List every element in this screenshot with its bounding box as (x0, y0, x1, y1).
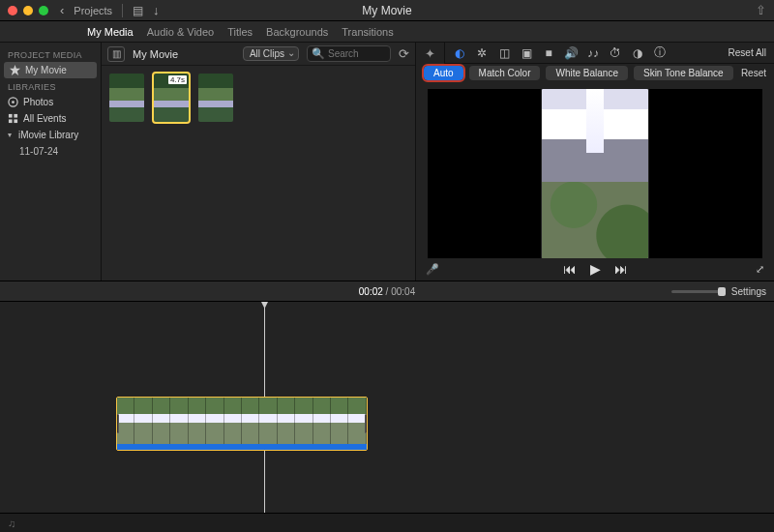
refresh-icon[interactable]: ⟳ (399, 46, 409, 61)
svg-point-2 (12, 101, 15, 103)
search-field[interactable]: 🔍 (307, 45, 391, 62)
clip-frame (117, 398, 134, 444)
equalizer-icon[interactable]: ♪♪ (586, 46, 600, 60)
sidebar-item-imovie-library[interactable]: ▾ iMovie Library (0, 127, 101, 143)
timeline[interactable]: ♫ (0, 302, 774, 532)
clip-frame (224, 398, 242, 444)
time-separator: / (386, 286, 392, 297)
clip-filmstrip (117, 398, 367, 444)
sidebar-item-label: All Events (23, 113, 66, 124)
star-icon (10, 65, 20, 75)
speed-icon[interactable]: ⏱ (609, 46, 622, 60)
library-list-icon[interactable]: ▤ (133, 4, 143, 17)
media-toolbar: ▥ My Movie All Clips 🔍 ⟳ (102, 43, 415, 66)
clip-frame (278, 398, 295, 444)
inspector-toolbar: ◐ ✲ ◫ ▣ ■ 🔊 ♪♪ ⏱ ◑ ⓘ Reset All (445, 43, 774, 64)
reset-all-button[interactable]: Reset All (729, 47, 766, 58)
svg-rect-3 (9, 114, 13, 118)
tab-my-media[interactable]: My Media (87, 26, 134, 38)
search-icon: 🔍 (312, 47, 325, 60)
svg-rect-6 (14, 119, 17, 123)
camera-icon[interactable]: ■ (542, 46, 555, 60)
preview-pane: ✦ ◐ ✲ ◫ ▣ ■ 🔊 ♪♪ ⏱ ◑ ⓘ Reset All Auto Ma… (416, 43, 774, 281)
clip-trim-handle-right[interactable] (365, 414, 368, 433)
timeline-settings-button[interactable]: Settings (731, 286, 766, 297)
prev-frame-button[interactable]: ⏮ (563, 261, 577, 277)
white-balance-button[interactable]: White Balance (546, 66, 627, 80)
info-icon[interactable]: ⓘ (653, 44, 667, 61)
clip-thumbnail[interactable] (109, 74, 144, 122)
zoom-window-icon[interactable] (39, 6, 48, 15)
clip-frame (134, 398, 152, 444)
sidebar-item-event[interactable]: 11-07-24 (0, 143, 101, 160)
window-controls (8, 6, 48, 15)
back-to-projects[interactable]: Projects (74, 5, 112, 16)
volume-icon[interactable]: 🔊 (564, 46, 578, 60)
clip-filter-dropdown[interactable]: All Clips (243, 46, 299, 61)
skin-tone-button[interactable]: Skin Tone Balance (634, 66, 733, 80)
clip-frame (331, 398, 348, 444)
sidebar-item-label: My Movie (25, 65, 67, 75)
sidebar-item-my-movie[interactable]: My Movie (4, 62, 97, 78)
list-view-toggle[interactable]: ▥ (107, 46, 125, 62)
play-button[interactable]: ▶ (590, 261, 601, 277)
clip-frame (153, 398, 170, 444)
video-frame (542, 89, 648, 258)
auto-button[interactable]: Auto (424, 66, 463, 80)
tab-transitions[interactable]: Transitions (342, 26, 393, 38)
search-input[interactable] (328, 48, 386, 59)
tab-audio-video[interactable]: Audio & Video (147, 26, 215, 38)
stabilize-icon[interactable]: ▣ (520, 46, 533, 60)
import-icon[interactable]: ↓ (153, 3, 160, 17)
minimize-window-icon[interactable] (23, 6, 33, 15)
sidebar-item-all-events[interactable]: All Events (0, 110, 101, 127)
clip-frame (189, 398, 206, 444)
auto-button-highlight: Auto (424, 66, 463, 80)
crop-icon[interactable]: ◫ (497, 46, 511, 60)
sidebar-item-photos[interactable]: Photos (0, 94, 101, 110)
sidebar-header-libraries: LIBRARIES (0, 78, 101, 94)
svg-rect-4 (14, 114, 17, 118)
tab-titles[interactable]: Titles (227, 26, 253, 38)
clip-thumbnail[interactable] (198, 74, 233, 122)
clip-frame (242, 398, 259, 444)
svg-rect-5 (9, 119, 13, 123)
back-chevron-icon[interactable]: ‹ (60, 3, 64, 17)
clip-trim-handle-left[interactable] (116, 414, 119, 433)
timecode-bar: 00:02 / 00:04 Settings (0, 281, 774, 302)
zoom-slider[interactable] (671, 290, 726, 293)
fullscreen-icon[interactable]: ⤢ (756, 263, 764, 276)
music-note-icon: ♫ (8, 517, 15, 529)
reset-button[interactable]: Reset (741, 68, 766, 78)
playback-controls: 🎤 ⏮ ▶ ⏭ ⤢ (416, 258, 774, 281)
next-frame-button[interactable]: ⏭ (614, 261, 628, 277)
sidebar: PROJECT MEDIA My Movie LIBRARIES Photos … (0, 43, 102, 281)
clip-frame (259, 398, 277, 444)
media-tabs: My Media Audio & Video Titles Background… (0, 21, 774, 43)
sidebar-item-label: iMovie Library (18, 130, 78, 140)
clip-frame (295, 398, 313, 444)
current-time: 00:02 (359, 286, 383, 297)
zoom-slider-thumb[interactable] (718, 287, 726, 296)
divider (122, 4, 123, 17)
tab-backgrounds[interactable]: Backgrounds (266, 26, 328, 38)
clip-frame (170, 398, 188, 444)
filter-icon[interactable]: ◑ (631, 46, 644, 60)
disclosure-triangle-icon[interactable]: ▾ (8, 131, 12, 139)
color-wheel-icon[interactable]: ✲ (475, 46, 489, 60)
grid-icon (8, 113, 18, 124)
sidebar-item-label: Photos (23, 97, 53, 107)
timeline-footer: ♫ (0, 513, 774, 532)
share-icon[interactable]: ⇧ (756, 3, 766, 17)
magic-wand-icon[interactable]: ✦ (416, 43, 445, 64)
timeline-clip[interactable] (116, 397, 368, 451)
media-title: My Movie (133, 48, 178, 60)
clip-thumbnail[interactable]: 4.7s (154, 74, 189, 122)
video-viewer[interactable] (428, 89, 762, 258)
match-color-button[interactable]: Match Color (469, 66, 541, 80)
color-balance-icon[interactable]: ◐ (453, 46, 466, 60)
close-window-icon[interactable] (8, 6, 17, 15)
voiceover-icon[interactable]: 🎤 (426, 263, 439, 276)
color-balance-bar: Auto Match Color White Balance Skin Tone… (416, 64, 774, 83)
svg-marker-0 (10, 65, 20, 75)
